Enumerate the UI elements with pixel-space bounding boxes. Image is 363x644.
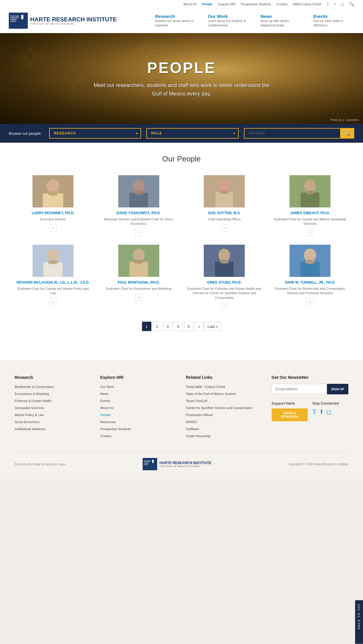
person-name[interactable]: JAMES GIBEAUT, PH.D. — [290, 211, 330, 216]
search-icon[interactable]: 🔍 — [349, 2, 354, 6]
topnav-prospective[interactable]: Prospective Students — [241, 2, 271, 6]
footer-related-freshwater[interactable]: Freshwater Inflows — [186, 413, 213, 417]
footer-link-fisheries[interactable]: Fisheries & Ocean Health — [15, 399, 51, 403]
footer-explore-people[interactable]: People — [100, 413, 110, 417]
footer-logo-text: HARTE RESEARCH INSTITUTE FOR GULF OF MEX… — [160, 461, 211, 468]
person-expand-icon[interactable]: + — [221, 224, 228, 231]
topnav-support[interactable]: Support HRI — [218, 2, 236, 6]
nav-news[interactable]: News Keep up with what's happening today… — [261, 14, 302, 28]
footer-link-socio[interactable]: Socio-Economics — [15, 420, 40, 424]
person-name[interactable]: LARRY MCKINNEY, PH.D. — [32, 211, 74, 216]
footer-explore-news[interactable]: News — [100, 392, 109, 396]
footer-related-tamu[interactable]: Texas A&M - Corpus Christi — [186, 385, 225, 389]
footer-related-texasonegulf[interactable]: Texas OneGulf — [186, 399, 207, 403]
footer-link-marine-policy[interactable]: Marine Policy & Law — [15, 413, 44, 417]
person-expand-icon[interactable]: + — [307, 299, 314, 306]
person-title: Endowed Chair for Fisheries and Ocean He… — [186, 287, 263, 300]
page-4-button[interactable]: 4 — [174, 322, 183, 331]
footer-related-gulfbase[interactable]: GulfBase — [186, 427, 199, 431]
nav-ourwork[interactable]: Our Work Learn about our projects & coll… — [208, 14, 249, 28]
svg-rect-76 — [301, 192, 319, 207]
newsletter-email-input[interactable] — [272, 384, 327, 394]
footer-explore-contact[interactable]: Contact — [100, 434, 112, 438]
person-expand-icon[interactable]: + — [221, 303, 228, 310]
person-title: Endowed Chair for Coastal and Marine Pol… — [15, 287, 92, 296]
person-photo-john[interactable] — [290, 245, 331, 277]
person-photo-larry[interactable] — [32, 175, 73, 207]
nav-research[interactable]: Research Explore our seven areas of expe… — [155, 14, 196, 28]
facebook-icon[interactable]: f — [334, 2, 335, 6]
topnav-contact[interactable]: Contact — [276, 2, 287, 6]
research-filter[interactable]: RESEARCH Biodiversity & Conservation Eco… — [49, 128, 141, 139]
twitter-icon[interactable]: 𝕋 — [326, 2, 329, 6]
person-photo-gail[interactable] — [204, 175, 245, 207]
harte-logo-icon: TEXAS A&M UNIVERSITY CORPUS CHRISTI — [9, 13, 28, 29]
svg-point-59 — [332, 81, 342, 91]
person-expand-icon[interactable]: + — [49, 299, 56, 306]
footer-related-gulf-summit[interactable]: State of the Gulf of Mexico Summit — [186, 392, 236, 396]
newsletter-signup-button[interactable]: SIGN UP — [327, 384, 348, 394]
person-photo-paul[interactable] — [118, 245, 159, 277]
svg-line-11 — [29, 64, 31, 68]
person-expand-icon[interactable]: + — [135, 229, 142, 236]
footer-explore-ourwork[interactable]: Our Work — [100, 385, 114, 389]
svg-line-9 — [29, 45, 31, 49]
support-harte: Support Harte MAKE A DONATION — [272, 401, 308, 421]
search-button[interactable]: 🔍 — [340, 128, 354, 139]
instagram-icon[interactable]: ◻ — [341, 2, 344, 6]
person-photo-greg[interactable] — [204, 245, 245, 277]
nav-events[interactable]: Events Join us, help make a difference. — [313, 14, 354, 28]
person-name[interactable]: GAIL SUTTON, M.S. — [208, 211, 241, 216]
page-next-button[interactable]: » — [195, 322, 203, 331]
logo-subtitle: FOR GULF OF MEXICO STUDIES — [30, 23, 117, 25]
person-photo-richard[interactable] — [32, 245, 73, 277]
person-name[interactable]: JOHN W. TUNNELL, JR., PH.D. — [285, 280, 335, 285]
footer-related-oyster[interactable]: Oyster Recycling — [186, 434, 210, 438]
person-expand-icon[interactable]: + — [49, 224, 56, 231]
hero-section: PEOPLE Meet our researchers, students an… — [0, 33, 363, 124]
role-filter[interactable]: ROLE Faculty Staff Students Postdoctoral — [146, 128, 238, 139]
person-name[interactable]: PAUL MONTAGNA, PH.D. — [118, 280, 160, 285]
footer-explore-resources[interactable]: Resources — [100, 420, 116, 424]
hero-subtitle: Meet our researchers, students and staff… — [91, 81, 272, 98]
page-last-button[interactable]: Last » — [204, 322, 221, 331]
person-expand-icon[interactable]: + — [135, 294, 142, 301]
nav-research-desc: Explore our seven areas of expertise. — [155, 19, 196, 28]
footer-twitter-icon[interactable]: 𝕋 — [312, 408, 316, 415]
footer-facebook-icon[interactable]: f — [321, 409, 323, 415]
person-name[interactable]: DAVID YOSKOWITZ, PH.D. — [117, 211, 161, 216]
svg-line-14 — [37, 55, 41, 57]
footer-instagram-icon[interactable]: ◻ — [326, 408, 331, 415]
people-grid: LARRY MCKINNEY, PH.D. Executive Director… — [15, 175, 348, 310]
person-expand-icon[interactable]: + — [307, 229, 314, 236]
page-2-button[interactable]: 2 — [153, 322, 162, 331]
footer-link-ecosystems[interactable]: Ecosystems & Modeling — [15, 392, 49, 396]
footer-link-geospatial[interactable]: Geospatial Sciences — [15, 406, 44, 410]
footer-link-institutional[interactable]: Institutional Initiatives — [15, 427, 45, 431]
footer-link-biodiversity[interactable]: Biodiversity & Conservation — [15, 385, 54, 389]
logo-text-area: HARTE RESEARCH INSTITUTE FOR GULF OF MEX… — [30, 16, 117, 25]
pagination: 1 2 3 4 5 » Last » — [15, 322, 348, 331]
svg-point-17 — [67, 71, 80, 84]
topnav-tamu[interactable]: A&M-Corpus Christi — [293, 2, 321, 6]
donate-button[interactable]: MAKE A DONATION — [272, 408, 308, 421]
page-1-button[interactable]: 1 — [142, 322, 151, 331]
footer-logo-area: TEXAS A&M UNIVERSITY CORPUS CHRISTI HART… — [143, 458, 211, 470]
svg-line-51 — [307, 69, 309, 74]
page-3-button[interactable]: 3 — [163, 322, 172, 331]
topnav-people[interactable]: People — [202, 2, 213, 6]
search-input[interactable] — [244, 128, 354, 139]
person-name[interactable]: RICHARD MCLAUGHLIN, J.D., L.L.M., J.S.D. — [17, 280, 90, 285]
person-name[interactable]: GREG STUNZ, PH.D. — [207, 280, 242, 285]
footer-explore-about[interactable]: About Us — [100, 406, 114, 410]
svg-line-20 — [71, 86, 73, 91]
footer-explore-prospective[interactable]: Prospective Students — [100, 427, 131, 431]
person-photo-james[interactable] — [290, 175, 331, 207]
page-5-button[interactable]: 5 — [184, 322, 194, 331]
footer-related-griidc[interactable]: GRIIDC — [186, 420, 197, 424]
topnav-about[interactable]: About Us — [183, 2, 196, 6]
person-photo-david[interactable] — [118, 175, 159, 207]
footer-related-sportfish[interactable]: Center for Sportfish Science and Conserv… — [186, 406, 252, 410]
footer-explore-events[interactable]: Events — [100, 399, 110, 403]
svg-line-29 — [146, 41, 148, 45]
